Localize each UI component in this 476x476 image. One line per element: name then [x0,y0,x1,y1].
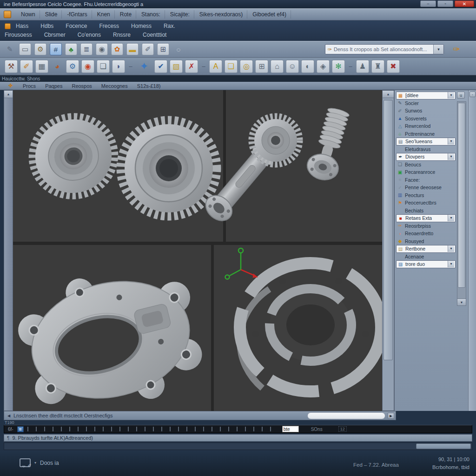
scroll-left-icon[interactable]: ◀ [4,414,13,418]
cylindrical-housing[interactable] [240,263,381,405]
animation-timeline[interactable]: 6f- ≣ SOns 12 [4,425,472,433]
document-tab[interactable]: Procs [23,83,36,89]
ribbon-item[interactable]: Frecess [99,23,119,29]
toolbar-icon[interactable]: ✿ [111,43,123,55]
tree-row[interactable]: ❏ Beoucs [396,161,456,169]
left-scrollbar[interactable]: ▲ [4,90,13,411]
tree-row[interactable]: ⚑ Peoceruectbrs [396,199,456,207]
menu-item[interactable]: Sicajite: [166,10,194,19]
toolbar-icon[interactable]: ✗ [185,60,198,73]
scroll-up-icon[interactable]: ▲ [4,91,13,98]
toolbar-icon[interactable]: ◉ [96,43,108,55]
tree-row[interactable]: Bechiats [396,207,456,215]
menu-item[interactable]: Giboedet ef4) [248,10,291,19]
toolbar-icon[interactable]: ☺ [286,60,299,73]
toolbar-icon[interactable]: – [127,60,134,73]
toolbar-icon[interactable]: # [50,43,62,55]
toolbar-icon[interactable]: ✔ [154,60,167,73]
search-input[interactable] [334,46,433,52]
toolbar-icon[interactable]: ✐ [142,43,154,55]
tree-row[interactable]: ✓ Penne deeosese [396,184,456,192]
menu-item[interactable]: Slide [41,10,62,19]
toolbar-icon[interactable]: ♜ [371,60,384,73]
tree-row[interactable]: ✒ Diovpers ▾ [396,153,456,161]
search-dropdown-button[interactable]: ▾ [433,45,443,54]
menu-item[interactable]: -fGntars [63,10,92,19]
tree-row[interactable]: △ Rewrcenlod [396,122,456,130]
spur-gear-right[interactable] [121,120,217,216]
menu-item[interactable]: Knen [93,10,115,19]
progress-thumb[interactable] [416,443,471,449]
chevron-down-icon[interactable]: ▾ [448,153,454,160]
tree-row[interactable]: ▥ Peocturs [396,192,456,199]
tree-row[interactable]: Eletudravus [396,145,456,153]
toolbar-icon[interactable]: ⌂ [271,60,284,73]
toolbar-icon[interactable]: ◕ [51,60,64,73]
tree-row[interactable]: ✎ Socier [396,99,456,107]
chevron-down-icon[interactable]: ▾ [448,245,454,252]
toolbar-icon[interactable]: – [200,60,207,73]
toolbar-icon[interactable]: ♣ [65,43,77,55]
toolbar-icon[interactable]: ⊞ [157,43,169,55]
toolbar-icon[interactable]: ✦ [136,60,152,73]
tree-row[interactable]: ▦ [ditlee ▾ [396,92,456,99]
sidebar-scrollbar[interactable]: ▼ [457,101,466,306]
timeline-input[interactable] [282,426,299,432]
tree-row[interactable]: ⌂ Pcttreninacne [396,130,456,138]
tree-row[interactable]: ◗ Reoaerdretto [396,230,456,238]
menu-item[interactable]: Rote [116,10,136,19]
toolbar-icon[interactable]: ▦ [35,60,48,73]
ribbon-item[interactable]: Hass [16,23,28,29]
threaded-shaft[interactable] [304,105,354,183]
stamp-icon[interactable]: ✑ [450,43,463,56]
toolbar-icon[interactable]: ✻ [332,60,345,73]
toolbar-icon[interactable]: ▭ [19,43,31,55]
scroll-right-icon[interactable]: ▶ [388,413,394,419]
timeline-ticks[interactable] [27,427,278,431]
toolbar-icon[interactable]: ◎ [240,60,253,73]
document-tab[interactable]: Reospos [72,83,92,89]
toolbar-icon[interactable]: ❏ [97,60,110,73]
menu-item[interactable]: Nown [17,10,40,19]
caret-down-icon[interactable]: ▾ [34,461,36,465]
feedback-icon[interactable]: ✐ [20,458,31,467]
viewport-right-scrollbar[interactable]: ▲ [382,90,394,411]
horizontal-scrollbar-thumb[interactable] [307,412,385,419]
ribbon-item[interactable]: Co'enons [78,32,101,38]
tree-row[interactable]: Acenaoe [396,253,456,261]
timeline-list-icon[interactable]: ≣ [17,426,24,432]
toolbar-icon[interactable]: ❑ [225,60,238,73]
toolbar-icon[interactable]: ⚙ [34,43,46,55]
toolbar-icon[interactable]: ⚙ [66,60,79,73]
tree-row[interactable]: ▣ Pecareanroce [396,168,456,176]
tree-row[interactable]: ✐ Sunwos [396,107,456,115]
tree-row[interactable]: ≈ Facee: [396,176,456,184]
document-tab[interactable]: Paqpes [45,83,62,89]
toolbar-icon[interactable]: ▧ [170,60,183,73]
housing-plate[interactable] [13,253,212,411]
toolbar-icon[interactable]: ◈ [317,60,330,73]
tree-row[interactable]: ◆ Rousyed [396,238,456,245]
ribbon-item[interactable]: Rnssre [113,32,131,38]
toolbar-icon[interactable]: ≣ [80,43,93,55]
toolbar-icon[interactable]: – [347,60,354,73]
tree-row[interactable]: ▨ trore duo ▾ [396,260,456,268]
toolbar-icon[interactable]: ✖ [387,60,400,73]
chevron-down-icon[interactable]: ▾ [448,215,454,221]
minimize-button[interactable]: – [420,0,436,7]
chevron-down-icon[interactable]: ▾ [448,261,454,267]
chevron-down-icon[interactable]: ▾ [448,92,454,99]
tree-row[interactable]: ▤ Rertbone ▾ [396,245,456,253]
tree-row[interactable]: ✑ Reosrbrpiss [396,222,456,230]
toolbar-icon[interactable]: A [209,60,222,73]
panel-button-u[interactable]: u [457,92,465,99]
toolbar-icon[interactable]: ◗ [112,60,125,73]
toolbar-icon[interactable]: ▬ [126,43,139,55]
ribbon-item[interactable]: Homess [131,23,152,29]
tree-row[interactable]: ▤ Seo'Iueeans ▾ [396,138,456,145]
toolbar-icon[interactable]: ⊞ [255,60,268,73]
spur-gear-left[interactable] [24,108,123,205]
toolbar-icon[interactable]: ◉ [81,60,94,73]
toolbar-icon[interactable]: ✎ [4,43,16,55]
scroll-up-icon[interactable]: ▲ [383,91,394,98]
